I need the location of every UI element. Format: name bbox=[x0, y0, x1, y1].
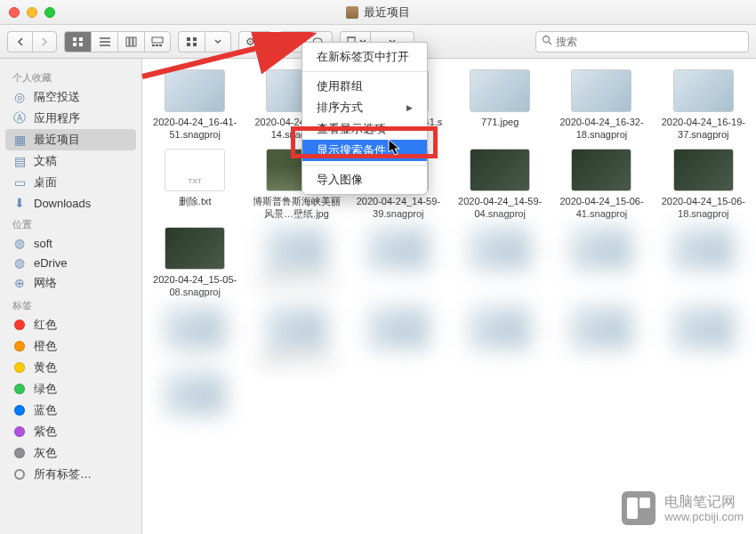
file-thumbnail bbox=[165, 372, 225, 415]
sidebar-item-label: 红色 bbox=[34, 317, 57, 333]
file-item[interactable] bbox=[552, 306, 650, 365]
file-item[interactable]: 2020-04-24_16-32-18.snagproj bbox=[552, 69, 650, 142]
sidebar-item-airdrop[interactable]: ◎隔空投送 bbox=[0, 86, 141, 108]
sidebar-item-edrive[interactable]: ◍eDrive bbox=[0, 253, 141, 272]
gallery-view-button[interactable] bbox=[144, 31, 171, 53]
column-view-button[interactable] bbox=[117, 31, 144, 53]
sidebar-item-recents[interactable]: ▦最近项目 bbox=[5, 129, 136, 150]
menu-separator bbox=[302, 71, 427, 72]
file-thumbnail bbox=[673, 69, 734, 112]
action-gear-button[interactable]: ⚙ bbox=[238, 31, 272, 53]
disk-icon: ◍ bbox=[12, 236, 27, 250]
icon-view-button[interactable] bbox=[64, 31, 91, 53]
tag-dot-icon bbox=[12, 403, 27, 417]
sidebar-header-favorites: 个人收藏 bbox=[0, 66, 141, 86]
titlebar: 最近项目 bbox=[0, 0, 756, 25]
group-dropdown-button[interactable] bbox=[205, 31, 231, 53]
file-item[interactable] bbox=[350, 306, 447, 365]
svg-line-22 bbox=[549, 42, 551, 44]
file-item[interactable]: 2020-04-24_15-05-08.snagproj bbox=[146, 227, 244, 299]
menu-item[interactable]: 查看显示选项 bbox=[302, 118, 427, 140]
file-item[interactable] bbox=[146, 372, 244, 418]
file-thumbnail bbox=[571, 227, 631, 270]
file-item[interactable]: 2020-04-24_15-06-41.snagproj bbox=[552, 149, 650, 221]
maximize-icon[interactable] bbox=[44, 7, 55, 18]
sidebar-item-all-tags[interactable]: 所有标签… bbox=[0, 464, 141, 485]
gear-icon: ⚙ bbox=[245, 36, 255, 48]
svg-rect-12 bbox=[156, 44, 158, 46]
menu-item[interactable]: 导入图像 bbox=[302, 169, 427, 190]
file-name-label: 2020-04-24_16-41-51.snagproj bbox=[150, 116, 239, 142]
minimize-icon[interactable] bbox=[27, 7, 37, 18]
action-dropdown-menu: 在新标签页中打开使用群组排序方式查看显示选项显示搜索条件导入图像 bbox=[302, 42, 428, 195]
menu-item-label: 导入图像 bbox=[317, 172, 363, 188]
svg-rect-17 bbox=[193, 43, 197, 46]
menu-item[interactable]: 使用群组 bbox=[302, 76, 427, 97]
file-item[interactable]: 0 bbox=[146, 306, 244, 365]
sidebar-item-label: soft bbox=[34, 237, 52, 250]
file-item[interactable]: 771.jpeg bbox=[451, 69, 549, 142]
group-button[interactable] bbox=[178, 31, 205, 53]
search-input[interactable] bbox=[556, 36, 743, 48]
search-field[interactable] bbox=[535, 31, 749, 53]
file-item[interactable]: 2020-04-24_16-41-51.snagproj bbox=[146, 69, 244, 142]
file-item[interactable]: 2020-04-24_14-4 bbox=[247, 227, 345, 299]
file-thumbnail bbox=[165, 69, 225, 112]
sidebar-item-apps[interactable]: Ⓐ应用程序 bbox=[0, 108, 141, 129]
sidebar-header-locations: 位置 bbox=[0, 213, 141, 233]
svg-rect-8 bbox=[130, 37, 133, 46]
file-item[interactable] bbox=[451, 306, 549, 365]
file-thumbnail bbox=[673, 227, 734, 270]
file-item[interactable] bbox=[655, 227, 752, 299]
file-item[interactable] bbox=[552, 227, 650, 299]
file-item[interactable]: 2020-04-24_11-0 bbox=[247, 306, 345, 365]
sidebar-item-label: 最近项目 bbox=[34, 132, 80, 148]
action-segment: ⚙ bbox=[238, 31, 272, 53]
file-thumbnail bbox=[368, 306, 429, 349]
recents-icon: ▦ bbox=[12, 133, 27, 147]
list-view-button[interactable] bbox=[91, 31, 117, 53]
sidebar-tag[interactable]: 灰色 bbox=[0, 442, 141, 464]
file-item[interactable]: 2020-04-24_16-19-37.snagproj bbox=[655, 69, 752, 142]
sidebar-item-desktop[interactable]: ▭桌面 bbox=[0, 172, 141, 193]
file-name-label: 删除.txt bbox=[179, 195, 212, 207]
forward-button[interactable] bbox=[32, 31, 57, 53]
sidebar-item-docs[interactable]: ▤文稿 bbox=[0, 150, 141, 172]
sidebar-item-label: Downloads bbox=[34, 197, 91, 210]
sidebar-tag[interactable]: 紫色 bbox=[0, 421, 141, 442]
group-segment bbox=[178, 31, 231, 53]
menu-item-label: 显示搜索条件 bbox=[317, 142, 386, 158]
file-item[interactable]: 2020-04-24_14-59-04.snagproj bbox=[451, 149, 549, 221]
svg-rect-13 bbox=[159, 44, 162, 46]
sidebar-tag[interactable]: 蓝色 bbox=[0, 400, 141, 421]
file-item[interactable] bbox=[451, 227, 549, 299]
file-name-label: 2020-04-24_14-59-04.snagproj bbox=[455, 195, 544, 221]
sidebar-item-label: 所有标签… bbox=[34, 466, 92, 482]
sidebar-tag[interactable]: 红色 bbox=[0, 314, 141, 336]
file-grid[interactable]: 2020-04-24_16-41-51.snagproj2020-04-24_1… bbox=[142, 59, 756, 534]
file-item[interactable]: 2020-04-24_15-06-18.snagproj bbox=[655, 149, 752, 221]
menu-item-label: 查看显示选项 bbox=[317, 121, 386, 137]
menu-item[interactable]: 排序方式 bbox=[302, 97, 427, 118]
file-thumbnail: TXT bbox=[165, 149, 225, 191]
menu-item[interactable]: 在新标签页中打开 bbox=[302, 46, 427, 68]
menu-item-label: 在新标签页中打开 bbox=[317, 49, 409, 65]
sidebar-item-网络[interactable]: ⊕网络 bbox=[0, 272, 141, 294]
svg-rect-11 bbox=[152, 44, 155, 46]
sidebar-tag[interactable]: 绿色 bbox=[0, 378, 141, 400]
file-item[interactable] bbox=[655, 306, 752, 365]
close-icon[interactable] bbox=[9, 7, 20, 18]
nav-buttons bbox=[7, 31, 57, 53]
file-item[interactable] bbox=[350, 227, 447, 299]
sidebar-item-label: eDrive bbox=[34, 256, 68, 270]
sidebar-tag[interactable]: 橙色 bbox=[0, 336, 141, 357]
back-button[interactable] bbox=[7, 31, 32, 53]
sidebar-tag[interactable]: 黄色 bbox=[0, 357, 141, 378]
menu-item[interactable]: 显示搜索条件 bbox=[302, 140, 427, 161]
sidebar-item-downloads[interactable]: ⬇Downloads bbox=[0, 193, 141, 213]
folder-icon bbox=[346, 6, 358, 19]
sidebar-item-soft[interactable]: ◍soft bbox=[0, 233, 141, 253]
menu-item-label: 排序方式 bbox=[317, 100, 363, 116]
file-item[interactable]: TXT删除.txt bbox=[146, 149, 244, 221]
tag-dot-icon bbox=[12, 339, 27, 353]
